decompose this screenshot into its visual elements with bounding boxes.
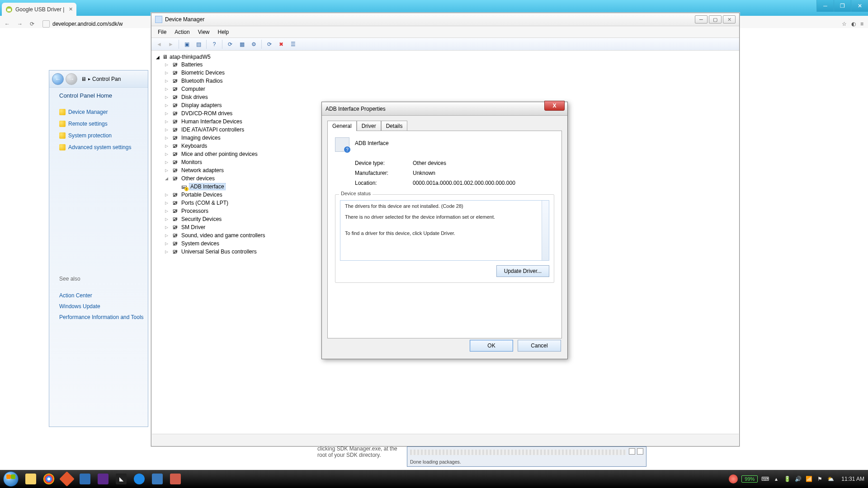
tb-forward-icon[interactable]: ► [166,39,176,49]
control-panel-link[interactable]: Remote settings [59,121,148,127]
tree-category-node[interactable]: ▷🖳Bluetooth Radios [156,77,735,85]
menu-item-help[interactable]: Help [214,28,233,37]
collapse-icon[interactable]: ◢ [156,55,160,60]
tab-close-icon[interactable]: ✕ [69,6,73,12]
expand-icon[interactable]: ▷ [165,225,170,230]
tb-scan-icon[interactable]: ⟳ [264,39,274,49]
control-panel-footer-link[interactable]: Performance Information and Tools [59,314,144,320]
expand-icon[interactable]: ▷ [165,217,170,221]
expand-icon[interactable]: ▷ [165,241,170,246]
tb-add-legacy-icon[interactable]: ✖ [276,39,286,49]
tray-chevron-icon[interactable]: ▴ [773,476,780,482]
bookmark-star-icon[interactable]: ☆ [842,21,847,27]
reload-icon[interactable]: ⟳ [30,21,38,27]
forward-icon[interactable]: → [17,21,25,27]
expand-icon[interactable]: ▷ [165,192,170,197]
browser-maximize-button[interactable]: ❐ [834,0,851,12]
tb-list-icon[interactable]: ▤ [193,39,203,49]
dm-maximize-button[interactable]: ▢ [709,15,722,23]
tray-alert-icon[interactable] [729,474,738,483]
ok-button[interactable]: OK [470,340,513,352]
taskbar-app-icon[interactable]: ◣ [112,470,130,488]
expand-icon[interactable]: ▷ [165,127,170,132]
expand-icon[interactable]: ▷ [165,119,170,124]
expand-icon[interactable]: ▷ [165,249,170,254]
expand-icon[interactable]: ▷ [165,136,170,140]
breadcrumb-text[interactable]: Control Pan [92,76,121,82]
expand-icon[interactable]: ▷ [165,79,170,83]
tb-uninstall-icon[interactable]: ▦ [237,39,247,49]
tray-power-icon[interactable]: 🔋 [783,476,791,482]
expand-icon[interactable]: ▷ [165,144,170,148]
taskbar-clock[interactable]: 11:31 AM [841,476,864,482]
control-panel-footer-link[interactable]: Windows Update [59,303,144,310]
nav-back-button[interactable]: ← [52,73,64,85]
expand-icon[interactable]: ▷ [165,152,170,156]
expand-icon[interactable]: ▷ [165,111,170,116]
expand-icon[interactable]: ▷ [165,62,170,67]
taskbar-app-icon[interactable] [76,470,94,488]
expand-icon[interactable]: ▷ [165,95,170,99]
tb-show-hidden-icon[interactable]: ▣ [182,39,192,49]
menu-item-view[interactable]: View [194,28,213,37]
start-button[interactable] [0,470,22,488]
tray-volume-icon[interactable]: 🔊 [794,476,802,482]
back-icon[interactable]: ← [5,21,13,27]
tab-general[interactable]: General [327,121,357,131]
tb-back-icon[interactable]: ◄ [154,39,164,49]
expand-icon[interactable]: ▷ [165,87,170,91]
tree-root-node[interactable]: ◢ 🖥 atap-thinkpadW5 [156,53,735,61]
browser-close-button[interactable]: ✕ [851,0,868,12]
menu-item-action[interactable]: Action [171,28,193,37]
tree-category-node[interactable]: ▷🖳Computer [156,85,735,93]
tb-properties-icon[interactable]: ☰ [288,39,298,49]
collapse-icon[interactable]: ◢ [165,176,170,181]
taskbar-app-icon[interactable] [94,470,112,488]
tray-weather-icon[interactable]: ⛅ [827,476,834,482]
tree-category-node[interactable]: ▷🖳Biometric Devices [156,69,735,77]
tray-keyboard-icon[interactable]: ⌨ [761,476,769,482]
expand-icon[interactable]: ▷ [165,201,170,205]
tray-network-icon[interactable]: 📶 [805,476,812,482]
chrome-menu-icon[interactable]: ≡ [860,21,863,27]
browser-tab[interactable]: Google USB Driver | ✕ [2,3,76,16]
menu-item-file[interactable]: File [154,28,170,37]
update-driver-button[interactable]: Update Driver... [496,265,549,277]
properties-titlebar[interactable]: ADB Interface Properties [322,102,567,116]
tab-details[interactable]: Details [381,121,408,131]
address-bar[interactable]: developer.android.com/sdk/w [42,20,123,28]
device-manager-titlebar[interactable]: Device Manager ─ ▢ ✕ [151,13,739,26]
tab-driver[interactable]: Driver [357,121,381,131]
device-status-textbox[interactable]: The drivers for this device are not inst… [340,200,549,261]
battery-indicator[interactable]: 99% [741,475,758,483]
control-panel-link[interactable]: System protection [59,132,148,139]
taskbar-chrome-icon[interactable] [40,470,58,488]
control-panel-link[interactable]: Device Manager [59,109,148,115]
expand-icon[interactable]: ▷ [165,233,170,238]
properties-close-button[interactable]: X [544,101,565,111]
expand-icon[interactable]: ▷ [165,103,170,108]
tree-category-node[interactable]: ▷🖳Disk drives [156,93,735,101]
expand-icon[interactable]: ▷ [165,209,170,213]
taskbar-app-icon[interactable] [166,470,184,488]
control-panel-link[interactable]: Advanced system settings [59,144,148,150]
dm-close-button[interactable]: ✕ [723,15,736,23]
tb-update-icon[interactable]: ⟳ [225,39,235,49]
taskbar-explorer-icon[interactable] [22,470,40,488]
extension-icon[interactable]: ◐ [851,21,856,27]
dm-minimize-button[interactable]: ─ [695,15,708,23]
taskbar-app-icon[interactable] [130,470,148,488]
expand-icon[interactable]: ▷ [165,160,170,164]
control-panel-footer-link[interactable]: Action Center [59,292,144,299]
cancel-button[interactable]: Cancel [518,340,561,352]
tb-disable-icon[interactable]: ⚙ [249,39,259,49]
expand-icon[interactable]: ▷ [165,70,170,75]
tb-help-icon[interactable]: ? [209,39,219,49]
expand-icon[interactable]: ▷ [165,168,170,173]
tree-category-node[interactable]: ▷🖳Batteries [156,61,735,69]
control-panel-home-link[interactable]: Control Panel Home [59,92,148,99]
taskbar-app-icon[interactable] [58,470,76,488]
nav-forward-button[interactable]: → [66,73,77,85]
browser-minimize-button[interactable]: ─ [816,0,834,12]
taskbar-app-icon[interactable] [148,470,166,488]
